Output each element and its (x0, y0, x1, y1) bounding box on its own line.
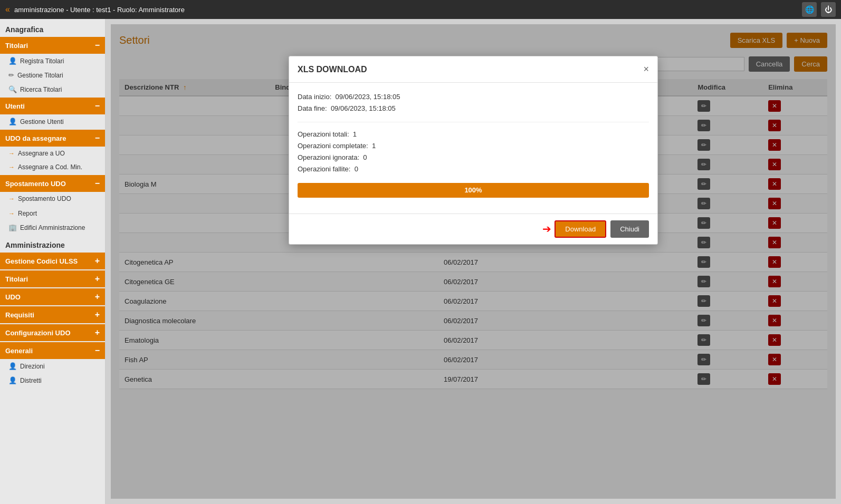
topbar-back-arrow[interactable]: « (5, 5, 10, 14)
sidebar-item-direzioni[interactable]: 👤 Direzioni (0, 359, 105, 373)
sidebar-group-requisiti: Requisiti + (0, 306, 105, 323)
sidebar-group-header-gestione-codici-ulss[interactable]: Gestione Codici ULSS + (0, 253, 105, 269)
arrow-icon: → (8, 150, 15, 157)
modal-header: XLS DOWNLOAD × (289, 56, 657, 83)
sidebar-item-report[interactable]: → Report (0, 207, 105, 220)
globe-icon[interactable]: 🌐 (802, 2, 817, 17)
sidebar-toggle-utenti[interactable]: − (95, 101, 100, 111)
operazioni-fallite-label: Operazioni fallite: (298, 165, 350, 173)
sidebar-toggle[interactable]: + (95, 274, 100, 284)
layout: Anagrafica Titolari − 👤 Registra Titolar… (0, 19, 841, 504)
sidebar-group-configurazioni-udo: Configurazioni UDO + (0, 324, 105, 341)
person-icon: 👤 (8, 362, 17, 370)
download-arrow-group: ➔ Download (542, 220, 606, 238)
sidebar-item-distretti[interactable]: 👤 Distretti (0, 373, 105, 387)
sidebar-item-label: Gestione Titolari (17, 72, 63, 79)
topbar-title: amministrazione - Utente : test1 - Ruolo… (14, 6, 798, 14)
sidebar-toggle[interactable]: + (95, 328, 100, 337)
progress-percent: 100% (464, 186, 482, 194)
sidebar-item-label: Direzioni (20, 363, 45, 370)
sidebar-item-spostamento-udo[interactable]: → Spostamento UDO (0, 192, 105, 206)
sidebar-amministrazione-title: Amministrazione (0, 235, 105, 253)
sidebar-item-ricerca-titolari[interactable]: 🔍 Ricerca Titolari (0, 82, 105, 96)
main-inner: Settori Scarica XLS + Nuova DESCRIZIONE … (111, 24, 836, 499)
operazioni-ignorata-row: Operazioni ignorata: 0 (298, 152, 649, 163)
data-inizio-label: Data inizio: (298, 93, 331, 101)
modal-body: Data inizio: 09/06/2023, 15:18:05 Data f… (289, 83, 657, 214)
arrow-icon: → (8, 210, 15, 217)
sidebar-toggle[interactable]: + (95, 256, 100, 266)
modal-close-button[interactable]: × (643, 64, 649, 75)
sidebar-toggle-titolari[interactable]: − (95, 41, 100, 50)
sidebar-group-label: Requisiti (5, 311, 34, 319)
sidebar-group-label: Gestione Codici ULSS (5, 257, 78, 265)
modal-data-fine: Data fine: 09/06/2023, 15:18:05 (298, 103, 649, 114)
sidebar-group-header-spostamento-udo[interactable]: Spostamento UDO − (0, 175, 105, 192)
sidebar-item-assegnare-cod-min[interactable]: → Assegnare a Cod. Min. (0, 160, 105, 174)
sidebar-group-spostamento-udo: Spostamento UDO − → Spostamento UDO (0, 175, 105, 206)
sidebar-item-gestione-utenti[interactable]: 👤 Gestione Utenti (0, 114, 105, 129)
sidebar-group-udo: UDO + (0, 288, 105, 305)
sidebar-group-header-requisiti[interactable]: Requisiti + (0, 306, 105, 323)
sidebar-item-registra-titolari[interactable]: 👤 Registra Titolari (0, 54, 105, 68)
download-button[interactable]: Download (555, 220, 606, 238)
sidebar-group-header-utenti[interactable]: Utenti − (0, 98, 105, 114)
sidebar-group-label: UDO (5, 293, 21, 301)
sidebar-group-header-titolari2[interactable]: Titolari + (0, 270, 105, 287)
sidebar-group-header-udo-assegnare[interactable]: UDO da assegnare − (0, 130, 105, 147)
sidebar-group-label-spostamento-udo: Spostamento UDO (5, 180, 66, 188)
sidebar-group-gestione-codici-ulss: Gestione Codici ULSS + (0, 253, 105, 269)
sidebar-anagrafica-title: Anagrafica (0, 19, 105, 37)
edit-icon: ✏ (8, 71, 14, 79)
operazioni-ignorata-label: Operazioni ignorata: (298, 153, 359, 161)
sidebar-item-edifici-amministrazione[interactable]: 🏢 Edifici Amministrazione (0, 220, 105, 235)
operazioni-fallite-row: Operazioni fallite: 0 (298, 163, 649, 175)
main-content: Settori Scarica XLS + Nuova DESCRIZIONE … (106, 19, 841, 504)
power-icon[interactable]: ⏻ (821, 2, 836, 17)
progress-bar-fill: 100% (298, 183, 649, 198)
person-icon: 👤 (8, 57, 17, 65)
person-icon: 👤 (8, 376, 17, 384)
sidebar-toggle[interactable]: + (95, 292, 100, 302)
sidebar-group-header-udo[interactable]: UDO + (0, 288, 105, 305)
arrow-icon: → (8, 163, 15, 171)
sidebar-group-titolari: Titolari − 👤 Registra Titolari ✏ Gestion… (0, 37, 105, 96)
sidebar-group-header-configurazioni-udo[interactable]: Configurazioni UDO + (0, 324, 105, 341)
sidebar-item-gestione-titolari[interactable]: ✏ Gestione Titolari (0, 68, 105, 82)
sidebar-group-utenti: Utenti − 👤 Gestione Utenti (0, 98, 105, 129)
progress-bar-wrap: 100% (298, 183, 649, 198)
sidebar-item-label: Ricerca Titolari (20, 86, 62, 93)
modal-info-operations: Operazioni totali: 1 Operazioni completa… (298, 129, 649, 175)
sidebar-group-header-generali[interactable]: Generali − (0, 342, 105, 359)
sidebar-item-label: Gestione Utenti (20, 118, 64, 125)
operazioni-totali-label: Operazioni totali: (298, 130, 349, 138)
sidebar-group-header-titolari[interactable]: Titolari − (0, 37, 105, 54)
sidebar-item-label: Edifici Amministrazione (20, 224, 85, 231)
sidebar-item-label: Assegnare a Cod. Min. (18, 163, 82, 171)
sidebar-group-label: Titolari (5, 275, 28, 283)
topbar-icons: 🌐 ⏻ (802, 2, 836, 17)
sidebar-toggle[interactable]: − (95, 346, 100, 355)
chiudi-button[interactable]: Chiudi (610, 220, 649, 238)
sidebar-item-label: Report (18, 210, 37, 217)
sidebar-item-label: Distretti (20, 377, 42, 384)
sidebar-group-label: Configurazioni UDO (5, 329, 71, 337)
sidebar-toggle-spostamento-udo[interactable]: − (95, 179, 100, 188)
red-arrow-icon: ➔ (542, 222, 551, 235)
modal-info-dates: Data inizio: 09/06/2023, 15:18:05 Data f… (298, 91, 649, 114)
sidebar-item-label: Spostamento UDO (18, 195, 71, 202)
modal-data-inizio: Data inizio: 09/06/2023, 15:18:05 (298, 91, 649, 103)
person-icon: 👤 (8, 118, 17, 125)
operazioni-totali-value: 1 (353, 130, 357, 138)
sidebar-group-label: Generali (5, 347, 33, 355)
sidebar-group-generali: Generali − 👤 Direzioni 👤 Distretti (0, 342, 105, 387)
operazioni-completate-label: Operazioni completate: (298, 142, 368, 150)
sidebar-item-assegnare-uo[interactable]: → Assegnare a UO (0, 147, 105, 160)
sidebar-group-titolari2: Titolari + (0, 270, 105, 287)
sidebar-toggle-udo-assegnare[interactable]: − (95, 133, 100, 143)
modal-overlay: XLS DOWNLOAD × Data inizio: 09/06/2023, … (111, 24, 836, 499)
sidebar-group-label-udo-assegnare: UDO da assegnare (5, 134, 66, 142)
sidebar-toggle[interactable]: + (95, 310, 100, 319)
topbar: « amministrazione - Utente : test1 - Ruo… (0, 0, 841, 19)
arrow-icon: → (8, 195, 15, 202)
